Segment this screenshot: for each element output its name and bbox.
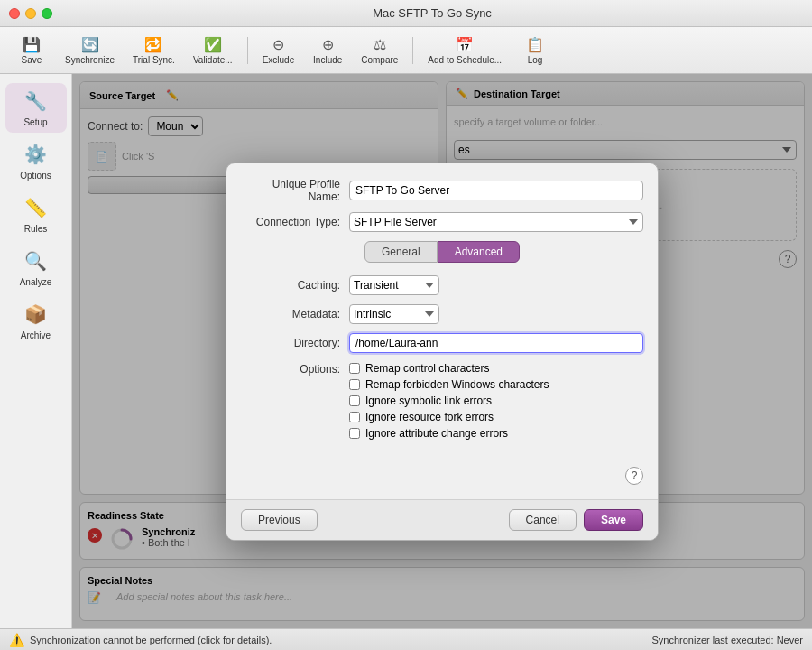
- analyze-icon: 🔍: [23, 248, 49, 274]
- profile-name-row: Unique Profile Name:: [241, 178, 643, 203]
- checkbox-ignore-resource-label: Ignore resource fork errors: [365, 411, 494, 423]
- status-left[interactable]: ⚠️ Synchronization cannot be performed (…: [9, 633, 272, 647]
- include-icon: ⊕: [318, 35, 337, 53]
- settings-modal: Unique Profile Name: Connection Type: SF…: [226, 162, 659, 541]
- directory-input[interactable]: [349, 333, 643, 353]
- sidebar-options-label: Options: [20, 171, 51, 181]
- checkbox-remap-forbidden-input[interactable]: [349, 379, 360, 390]
- sidebar-setup-label: Setup: [23, 117, 47, 127]
- validate-icon: ✅: [204, 35, 222, 53]
- caching-row: Caching: Transient: [241, 275, 643, 295]
- sidebar-item-options[interactable]: ⚙️ Options: [5, 136, 67, 186]
- save-icon: 💾: [23, 35, 41, 53]
- validate-button[interactable]: ✅ Validate...: [186, 32, 240, 69]
- previous-button[interactable]: Previous: [241, 509, 318, 531]
- close-button[interactable]: [9, 8, 20, 19]
- trial-sync-icon: 🔁: [144, 35, 162, 53]
- checkbox-remap-control-label: Remap control characters: [365, 362, 489, 375]
- checkbox-ignore-attribute-input[interactable]: [349, 428, 360, 439]
- footer-right-buttons: Cancel Save: [509, 509, 643, 531]
- options-icon: ⚙️: [23, 142, 49, 167]
- checkbox-ignore-resource[interactable]: Ignore resource fork errors: [349, 411, 549, 423]
- compare-icon: ⚖: [371, 35, 389, 53]
- status-left-text: Synchronization cannot be performed (cli…: [30, 635, 272, 645]
- checkbox-remap-forbidden[interactable]: Remap forbidden Windows characters: [349, 378, 549, 391]
- status-error-icon: ⚠️: [9, 633, 24, 647]
- options-label: Options:: [241, 362, 349, 376]
- include-button[interactable]: ⊕ Include: [305, 32, 350, 69]
- directory-row: Directory:: [241, 333, 643, 353]
- toolbar-separator-1: [247, 37, 248, 64]
- main-layout: 🔧 Setup ⚙️ Options 📏 Rules 🔍 Analyze 📦 A…: [0, 74, 812, 628]
- checkbox-ignore-symlink-input[interactable]: [349, 395, 360, 406]
- directory-label: Directory:: [241, 337, 349, 349]
- status-bar: ⚠️ Synchronization cannot be performed (…: [0, 628, 812, 650]
- maximize-button[interactable]: [42, 8, 52, 19]
- exclude-icon: ⊖: [269, 35, 287, 53]
- exclude-button[interactable]: ⊖ Exclude: [255, 32, 302, 69]
- compare-button[interactable]: ⚖ Compare: [354, 32, 405, 69]
- toolbar-separator-2: [412, 37, 413, 64]
- tab-general[interactable]: General: [364, 241, 438, 263]
- trial-sync-button[interactable]: 🔁 Trial Sync.: [125, 32, 182, 69]
- metadata-select[interactable]: Intrinsic: [349, 304, 439, 324]
- sidebar-analyze-label: Analyze: [20, 277, 52, 287]
- tab-advanced[interactable]: Advanced: [438, 241, 520, 263]
- compare-label: Compare: [361, 55, 398, 65]
- toolbar: 💾 Save 🔄 Synchronize 🔁 Trial Sync. ✅ Val…: [0, 27, 812, 74]
- checkbox-ignore-symlink[interactable]: Ignore symbolic link errors: [349, 395, 549, 407]
- cancel-button[interactable]: Cancel: [509, 509, 577, 531]
- checkbox-ignore-attribute[interactable]: Ignore attribute change errors: [349, 427, 549, 440]
- connection-type-select[interactable]: SFTP File Server: [349, 212, 643, 232]
- minimize-button[interactable]: [25, 8, 36, 19]
- synchronize-icon: 🔄: [81, 35, 99, 53]
- modal-body: Unique Profile Name: Connection Type: SF…: [226, 163, 658, 499]
- sidebar-item-rules[interactable]: 📏 Rules: [5, 190, 67, 239]
- title-bar: Mac SFTP To Go Sync: [0, 0, 812, 27]
- include-label: Include: [313, 55, 342, 65]
- modal-footer: Previous Cancel Save: [226, 499, 658, 540]
- checkbox-remap-control[interactable]: Remap control characters: [349, 362, 549, 375]
- synchronize-label: Synchronize: [65, 55, 115, 65]
- log-button[interactable]: 📋 Log: [512, 32, 558, 69]
- modal-help-area: ?: [241, 467, 643, 485]
- setup-icon: 🔧: [23, 88, 49, 114]
- log-icon: 📋: [526, 35, 544, 53]
- checkbox-ignore-attribute-label: Ignore attribute change errors: [365, 427, 508, 440]
- modal-overlay: Unique Profile Name: Connection Type: SF…: [72, 74, 812, 628]
- save-button[interactable]: 💾 Save: [9, 32, 54, 69]
- rules-icon: 📏: [23, 195, 49, 220]
- options-group: Options: Remap control characters Remap …: [241, 362, 643, 440]
- checkbox-ignore-resource-input[interactable]: [349, 412, 360, 422]
- traffic-lights: [9, 8, 52, 19]
- profile-name-input[interactable]: [349, 181, 643, 200]
- sidebar-archive-label: Archive: [21, 330, 51, 340]
- trial-sync-label: Trial Sync.: [133, 55, 175, 65]
- window-title: Mac SFTP To Go Sync: [61, 6, 803, 20]
- profile-name-label: Unique Profile Name:: [241, 178, 349, 203]
- caching-select[interactable]: Transient: [349, 275, 439, 295]
- connection-type-row: Connection Type: SFTP File Server: [241, 212, 643, 232]
- add-to-schedule-label: Add to Schedule...: [428, 55, 502, 65]
- add-to-schedule-button[interactable]: 📅 Add to Schedule...: [420, 32, 509, 69]
- add-to-schedule-icon: 📅: [456, 35, 474, 53]
- metadata-row: Metadata: Intrinsic: [241, 304, 643, 324]
- sidebar-item-archive[interactable]: 📦 Archive: [5, 296, 67, 346]
- sidebar-item-analyze[interactable]: 🔍 Analyze: [5, 243, 67, 292]
- validate-label: Validate...: [193, 55, 233, 65]
- modal-help-icon[interactable]: ?: [625, 467, 643, 485]
- metadata-label: Metadata:: [241, 308, 349, 320]
- connection-type-label: Connection Type:: [241, 216, 349, 228]
- sidebar-rules-label: Rules: [24, 224, 48, 234]
- content-area: Source Target ✏️ Connect to: Moun 📄 Cl: [72, 74, 812, 628]
- checkbox-list: Remap control characters Remap forbidden…: [349, 362, 549, 440]
- checkbox-ignore-symlink-label: Ignore symbolic link errors: [365, 395, 492, 407]
- sidebar: 🔧 Setup ⚙️ Options 📏 Rules 🔍 Analyze 📦 A…: [0, 74, 72, 628]
- save-modal-button[interactable]: Save: [584, 509, 643, 531]
- modal-tabs: General Advanced: [241, 241, 643, 263]
- sidebar-item-setup[interactable]: 🔧 Setup: [5, 83, 67, 133]
- caching-label: Caching:: [241, 279, 349, 292]
- synchronize-button[interactable]: 🔄 Synchronize: [58, 32, 122, 69]
- checkbox-remap-control-input[interactable]: [349, 363, 360, 374]
- log-label: Log: [528, 55, 543, 65]
